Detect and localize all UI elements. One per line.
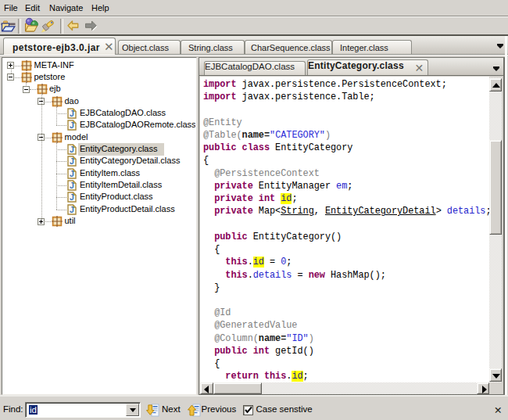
svg-text:J: J: [69, 192, 73, 202]
svg-text:J: J: [69, 156, 73, 166]
svg-text:J: J: [69, 109, 73, 118]
svg-text:J: J: [69, 145, 73, 154]
svg-text:J: J: [69, 181, 73, 190]
svg-text:J: J: [69, 169, 73, 178]
svg-text:J: J: [69, 205, 73, 214]
svg-text:J: J: [69, 120, 73, 130]
